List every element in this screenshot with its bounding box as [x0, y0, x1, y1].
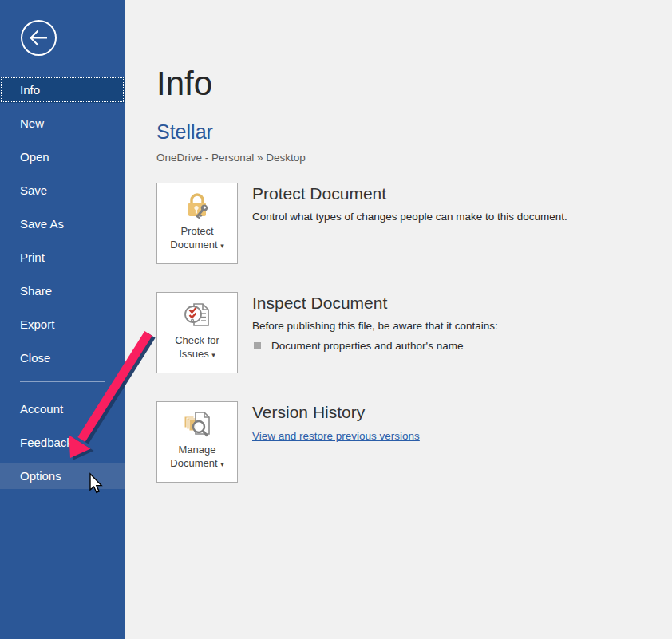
backstage-menu-bottom: Account Feedback Options [0, 396, 125, 489]
sidebar-item-export[interactable]: Export [0, 311, 125, 337]
manage-document-icon [181, 409, 213, 441]
inspect-document-heading: Inspect Document [252, 294, 498, 313]
sidebar-item-info[interactable]: Info [0, 77, 125, 103]
page-title: Info [156, 64, 672, 104]
sidebar-item-feedback[interactable]: Feedback [0, 429, 125, 456]
back-button[interactable] [20, 19, 57, 57]
version-history-section: Manage Document ▾ Version History View a… [156, 401, 672, 483]
sidebar-item-open[interactable]: Open [0, 144, 125, 170]
check-for-issues-button[interactable]: Check for Issues ▾ [156, 292, 238, 373]
dropdown-caret-icon: ▾ [220, 242, 224, 250]
sidebar-item-share[interactable]: Share [0, 278, 125, 304]
button-label: Manage Document ▾ [162, 444, 232, 471]
sidebar-item-print[interactable]: Print [0, 244, 125, 270]
inspect-document-description: Before publishing this file, be aware th… [252, 320, 498, 332]
sidebar-item-close[interactable]: Close [0, 345, 125, 371]
backstage-menu-top: Info New Open Save Save As Print Share E… [0, 77, 125, 371]
info-pane: Info Stellar OneDrive - Personal » Deskt… [125, 0, 672, 639]
manage-document-button[interactable]: Manage Document ▾ [156, 401, 238, 483]
button-label: Check for Issues ▾ [162, 334, 232, 361]
dropdown-caret-icon: ▾ [220, 460, 224, 468]
sidebar-item-account[interactable]: Account [0, 396, 125, 422]
info-sections: Protect Document ▾ Protect Document Cont… [156, 183, 672, 483]
protect-document-button[interactable]: Protect Document ▾ [156, 183, 238, 264]
inspect-document-icon [181, 300, 213, 332]
version-history-heading: Version History [252, 403, 420, 422]
sidebar-item-options[interactable]: Options [0, 463, 125, 489]
view-restore-versions-link[interactable]: View and restore previous versions [252, 430, 420, 442]
sidebar-item-save[interactable]: Save [0, 177, 125, 203]
dropdown-caret-icon: ▾ [211, 351, 215, 359]
backstage-sidebar: Info New Open Save Save As Print Share E… [0, 0, 125, 639]
sidebar-divider [20, 381, 105, 382]
bullet-square-icon [254, 342, 261, 349]
sidebar-item-save-as[interactable]: Save As [0, 211, 125, 237]
back-arrow-icon [20, 19, 57, 57]
protect-document-heading: Protect Document [252, 184, 567, 203]
lock-key-icon [181, 191, 213, 223]
protect-document-section: Protect Document ▾ Protect Document Cont… [156, 183, 672, 264]
inspect-document-section: Check for Issues ▾ Inspect Document Befo… [156, 292, 672, 373]
protect-document-description: Control what types of changes people can… [252, 211, 567, 223]
document-title: Stellar [156, 120, 672, 144]
sidebar-item-new[interactable]: New [0, 110, 125, 136]
button-label: Protect Document ▾ [162, 225, 232, 252]
breadcrumb: OneDrive - Personal » Desktop [156, 152, 672, 164]
inspect-finding-item: Document properties and author's name [254, 340, 498, 352]
inspect-finding-text: Document properties and author's name [271, 340, 463, 352]
